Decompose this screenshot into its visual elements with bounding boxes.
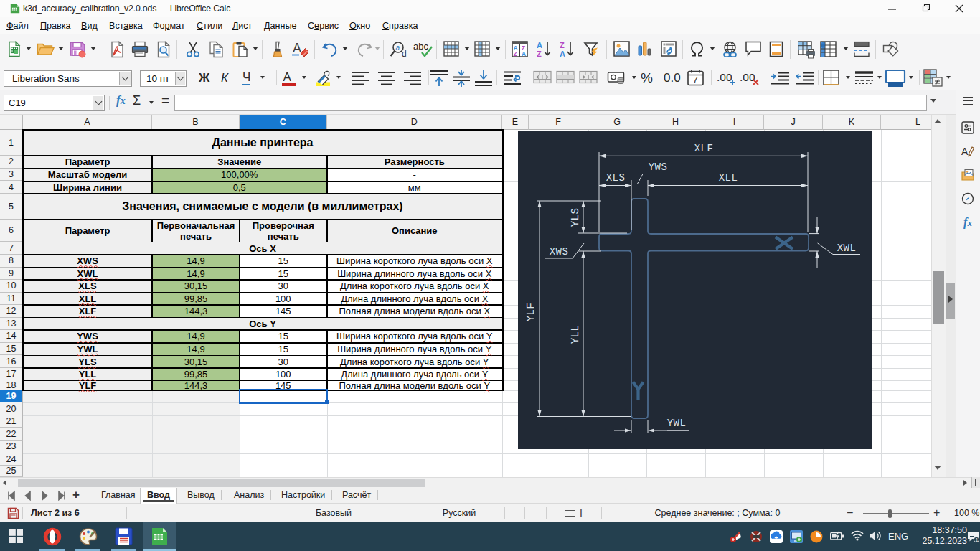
svg-text:Z: Z xyxy=(560,41,565,50)
svg-text:Z: Z xyxy=(514,50,517,57)
svg-text:YLL: YLL xyxy=(570,325,581,344)
svg-text:YLS: YLS xyxy=(570,208,581,227)
svg-text:YWL: YWL xyxy=(667,418,687,429)
svg-text:YWS: YWS xyxy=(649,161,668,173)
svg-text:abc: abc xyxy=(413,41,428,52)
svg-text:YLF: YLF xyxy=(525,303,537,322)
svg-text:d: d xyxy=(402,49,407,59)
svg-text:1: 1 xyxy=(976,537,979,542)
svg-text:A: A xyxy=(522,50,526,57)
svg-text:XLF: XLF xyxy=(694,143,714,154)
svg-text:.00: .00 xyxy=(740,71,755,83)
svg-text:XLS: XLS xyxy=(606,172,626,184)
svg-text:7: 7 xyxy=(693,75,698,85)
svg-text:.00: .00 xyxy=(717,71,732,83)
svg-text:A: A xyxy=(283,70,292,84)
svg-text:A: A xyxy=(293,41,301,55)
svg-text:XWL: XWL xyxy=(837,242,857,254)
svg-text:A: A xyxy=(961,146,969,157)
svg-text:XWS: XWS xyxy=(550,246,569,258)
svg-text:A: A xyxy=(537,41,542,50)
svg-text:XLL: XLL xyxy=(719,172,738,184)
svg-text:A: A xyxy=(560,50,565,58)
svg-text:Z: Z xyxy=(537,50,542,58)
svg-text:a: a xyxy=(396,44,400,52)
